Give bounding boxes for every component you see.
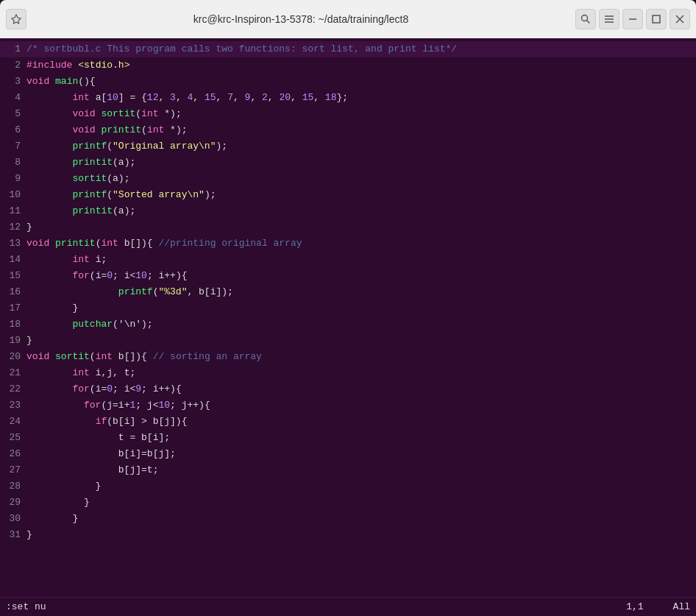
code-line: 3 void main(){ [0,74,696,90]
code-line: 23 for(j=i+1; j<10; j++){ [0,397,696,414]
menu-button[interactable] [599,9,619,29]
code-line: 6 void printit(int *); [0,122,696,138]
code-line: 12 } [0,219,696,236]
code-line: 28 } [0,478,696,495]
code-line: 18 putchar('\n'); [0,316,696,333]
code-line: 31 } [0,527,696,543]
code-line: 22 for(i=0; i<9; i++){ [0,381,696,397]
window-title: krc@krc-Inspiron-13-5378: ~/data/trainin… [193,13,408,25]
minimize-button[interactable] [622,9,643,29]
code-line: 19 } [0,333,696,349]
pin-button[interactable] [6,9,26,29]
title-bar: krc@krc-Inspiron-13-5378: ~/data/trainin… [0,0,696,38]
status-bar: :set nu 1,1 All [0,597,696,616]
code-container[interactable]: 1 /* sortbubl.c This program calls two f… [0,38,696,597]
code-line: 17 } [0,300,696,316]
code-line: 14 int i; [0,252,696,268]
code-line: 9 sortit(a); [0,171,696,187]
vim-command: :set nu [6,601,46,612]
code-line: 27 b[j]=t; [0,462,696,478]
close-button[interactable] [670,9,690,29]
search-button[interactable] [575,9,596,29]
code-line: 7 printf("Original array\n"); [0,138,696,155]
view-mode: All [673,601,690,612]
code-line: 29 } [0,495,696,511]
code-line: 26 b[i]=b[j]; [0,446,696,462]
code-line: 21 int i,j, t; [0,365,696,381]
code-line: 24 if(b[i] > b[j]){ [0,414,696,430]
code-line: 8 printit(a); [0,155,696,171]
title-bar-left [6,9,26,29]
code-line: 5 void sortit(int *); [0,106,696,122]
editor-area: 1 /* sortbubl.c This program calls two f… [0,38,696,616]
code-line: 25 t = b[i]; [0,430,696,446]
code-line: 20 void sortit(int b[]){ // sorting an a… [0,349,696,365]
code-line: 13 void printit(int b[]){ //printing ori… [0,236,696,252]
code-line: 2 #include <stdio.h> [0,57,696,74]
maximize-button[interactable] [646,9,667,29]
code-line: 1 /* sortbubl.c This program calls two f… [0,41,696,57]
cursor-position: 1,1 [626,601,643,612]
code-line: 30 } [0,511,696,527]
code-line: 15 for(i=0; i<10; i++){ [0,268,696,284]
code-line: 10 printf("Sorted array\n"); [0,187,696,203]
code-line: 11 printit(a); [0,203,696,219]
status-right: 1,1 All [626,601,690,612]
svg-rect-6 [653,15,660,23]
code-line: 4 int a[10] = {12, 3, 4, 15, 7, 9, 2, 20… [0,90,696,106]
code-line: 16 printf("%3d", b[i]); [0,284,696,300]
title-bar-right [575,9,690,29]
svg-line-1 [586,21,589,24]
